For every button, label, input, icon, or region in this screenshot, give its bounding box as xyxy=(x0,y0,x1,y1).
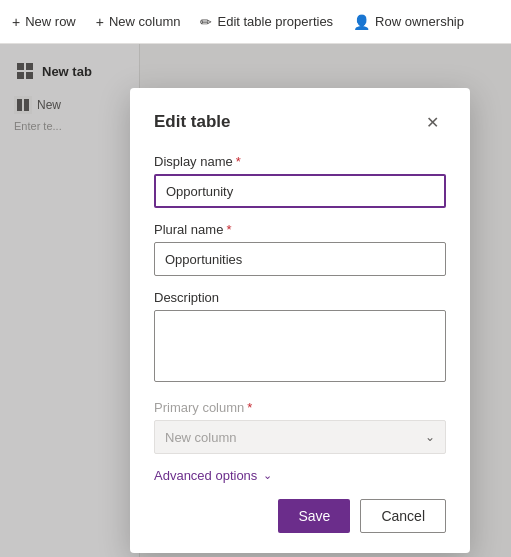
display-name-label: Display name * xyxy=(154,154,446,169)
toolbar-edit-table[interactable]: ✏ Edit table properties xyxy=(200,14,333,30)
primary-column-label: Primary column * xyxy=(154,400,446,415)
plural-name-input[interactable] xyxy=(154,242,446,276)
description-group: Description xyxy=(154,290,446,386)
primary-column-required: * xyxy=(247,400,252,415)
plural-name-label: Plural name * xyxy=(154,222,446,237)
edit-table-label: Edit table properties xyxy=(217,14,333,29)
toolbar: + New row + New column ✏ Edit table prop… xyxy=(0,0,511,44)
primary-column-dropdown[interactable]: New column ⌄ xyxy=(154,420,446,454)
advanced-options-row[interactable]: Advanced options ⌄ xyxy=(154,468,446,483)
display-name-input[interactable] xyxy=(154,174,446,208)
modal-footer: Save Cancel xyxy=(154,499,446,533)
advanced-chevron-icon: ⌄ xyxy=(263,469,272,482)
toolbar-new-row[interactable]: + New row xyxy=(12,14,76,30)
plus-icon-column: + xyxy=(96,14,104,30)
close-icon: ✕ xyxy=(426,113,439,132)
close-button[interactable]: ✕ xyxy=(418,108,446,136)
cancel-button[interactable]: Cancel xyxy=(360,499,446,533)
display-name-required: * xyxy=(236,154,241,169)
advanced-options-label: Advanced options xyxy=(154,468,257,483)
new-column-label: New column xyxy=(109,14,181,29)
plus-icon-row: + xyxy=(12,14,20,30)
toolbar-new-column[interactable]: + New column xyxy=(96,14,181,30)
plural-name-required: * xyxy=(226,222,231,237)
toolbar-row-ownership[interactable]: 👤 Row ownership xyxy=(353,14,464,30)
save-button[interactable]: Save xyxy=(278,499,350,533)
description-label: Description xyxy=(154,290,446,305)
new-row-label: New row xyxy=(25,14,76,29)
row-ownership-label: Row ownership xyxy=(375,14,464,29)
description-input[interactable] xyxy=(154,310,446,382)
modal-header: Edit table ✕ xyxy=(154,108,446,136)
page-area: New tab New Enter te... Edit table ✕ D xyxy=(0,44,511,557)
plural-name-group: Plural name * xyxy=(154,222,446,276)
modal-title: Edit table xyxy=(154,112,231,132)
edit-table-dialog: Edit table ✕ Display name * Plural name … xyxy=(130,88,470,553)
primary-column-value: New column xyxy=(165,430,237,445)
person-icon: 👤 xyxy=(353,14,370,30)
primary-column-group: Primary column * New column ⌄ xyxy=(154,400,446,454)
display-name-group: Display name * xyxy=(154,154,446,208)
pencil-icon: ✏ xyxy=(200,14,212,30)
dropdown-chevron-icon: ⌄ xyxy=(425,430,435,444)
